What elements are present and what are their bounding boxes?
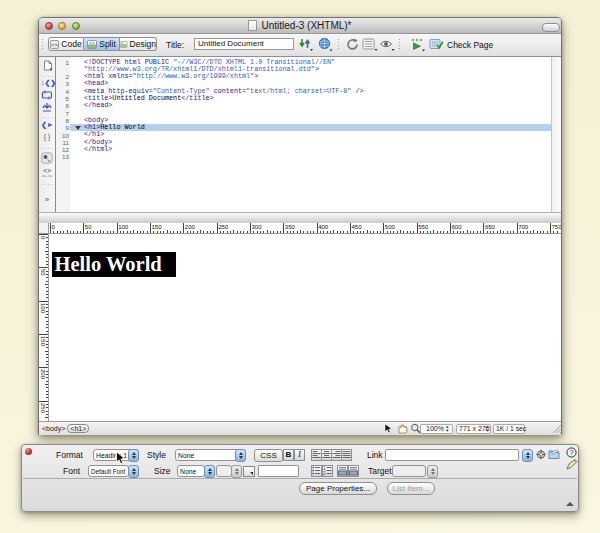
svg-text:<>: <> [90, 40, 96, 45]
svg-text:?: ? [569, 448, 573, 457]
svg-text:<>: <> [51, 41, 59, 47]
svg-text:2: 2 [323, 471, 326, 476]
